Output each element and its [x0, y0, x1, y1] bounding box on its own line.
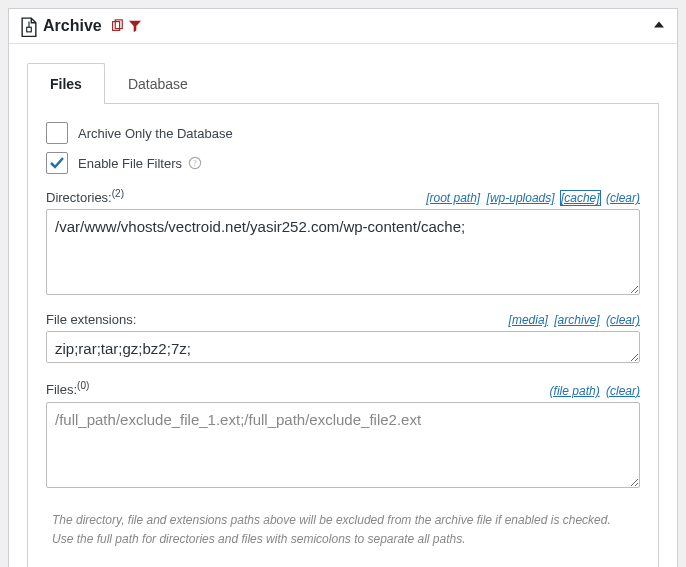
- field-files: Files:(0) (file path) (clear): [46, 380, 640, 490]
- footnote-line2: Use the full path for directories and fi…: [52, 530, 640, 549]
- tab-content-files: Archive Only the Database Enable File Fi…: [27, 103, 659, 567]
- link-ext-clear[interactable]: (clear): [606, 313, 640, 327]
- tab-database[interactable]: Database: [105, 63, 211, 104]
- field-directories: Directories:(2) [root path] [wp-uploads]…: [46, 188, 640, 298]
- footnote: The directory, file and extensions paths…: [46, 511, 640, 549]
- link-root-path[interactable]: [root path]: [426, 191, 480, 205]
- field-extensions: File extensions: [media] [archive] (clea…: [46, 312, 640, 366]
- tab-files[interactable]: Files: [27, 63, 105, 104]
- checkbox-archive-only-db[interactable]: [46, 122, 68, 144]
- link-dirs-clear[interactable]: (clear): [606, 191, 640, 205]
- row-archive-only-db: Archive Only the Database: [46, 122, 640, 144]
- row-enable-file-filters: Enable File Filters ?: [46, 152, 640, 174]
- link-archive[interactable]: [archive]: [554, 313, 599, 327]
- link-wp-uploads[interactable]: [wp-uploads]: [487, 191, 555, 205]
- checkbox-enable-file-filters[interactable]: [46, 152, 68, 174]
- svg-rect-0: [27, 27, 32, 32]
- collapse-toggle[interactable]: [653, 19, 665, 34]
- label-files: Files:(0): [46, 380, 89, 397]
- copy-icon[interactable]: [110, 19, 124, 33]
- link-cache[interactable]: [cache]: [561, 191, 600, 205]
- link-file-path[interactable]: (file path): [550, 384, 600, 398]
- footnote-line1: The directory, file and extensions paths…: [52, 511, 640, 530]
- archive-panel: Archive Files Database Archive Only the …: [8, 8, 678, 567]
- links-files: (file path) (clear): [547, 384, 640, 398]
- links-extensions: [media] [archive] (clear): [506, 313, 640, 327]
- textarea-files[interactable]: [46, 402, 640, 488]
- label-archive-only-db: Archive Only the Database: [78, 126, 233, 141]
- file-archive-icon: [21, 17, 37, 35]
- panel-title: Archive: [43, 17, 102, 35]
- panel-header: Archive: [9, 9, 677, 44]
- label-enable-file-filters: Enable File Filters: [78, 156, 182, 171]
- label-extensions: File extensions:: [46, 312, 136, 327]
- links-directories: [root path] [wp-uploads] [cache] (clear): [423, 191, 640, 205]
- link-media[interactable]: [media]: [509, 313, 548, 327]
- filter-funnel-icon[interactable]: [128, 19, 142, 33]
- textarea-directories[interactable]: [46, 209, 640, 295]
- tabs: Files Database: [27, 62, 659, 103]
- textarea-extensions[interactable]: [46, 331, 640, 363]
- panel-body: Files Database Archive Only the Database…: [9, 44, 677, 567]
- label-directories: Directories:(2): [46, 188, 124, 205]
- svg-text:?: ?: [193, 159, 197, 168]
- link-files-clear[interactable]: (clear): [606, 384, 640, 398]
- help-icon[interactable]: ?: [188, 156, 202, 170]
